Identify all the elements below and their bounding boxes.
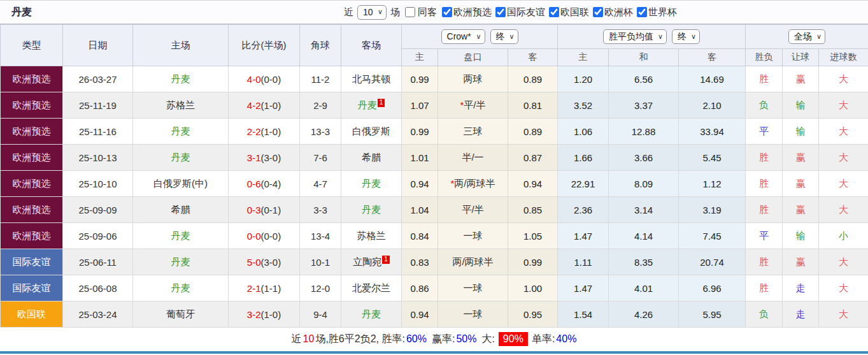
odds-draw: 6.56 bbox=[609, 66, 679, 92]
handicap-line: *两/两球半 bbox=[438, 171, 508, 197]
odds-draw: 8.09 bbox=[609, 171, 679, 197]
world-cup-checkbox[interactable] bbox=[637, 7, 647, 17]
same-away-filter[interactable]: 同客 bbox=[404, 6, 438, 18]
result-handicap: 输 bbox=[783, 223, 819, 249]
company-state-select[interactable]: 终 bbox=[490, 29, 518, 44]
match-type-label: 欧洲预选 bbox=[13, 99, 51, 110]
table-row: 欧洲预选 26-03-27 丹麦 4-0(0-0) 11-2 北马其顿1 0.9… bbox=[1, 66, 868, 92]
handicap-line: 平/半 bbox=[438, 197, 508, 223]
odds-win: 1.66 bbox=[558, 145, 609, 171]
home-team-name: 丹麦 bbox=[171, 152, 190, 163]
match-type-label: 欧洲预选 bbox=[13, 73, 51, 84]
col-corner: 角球 bbox=[300, 25, 341, 66]
filter-nations-league[interactable]: 欧国联 bbox=[548, 6, 589, 18]
home-team-name: 苏格兰 bbox=[166, 99, 195, 110]
odds-lose: 2.10 bbox=[679, 92, 746, 119]
away-team-name: 立陶宛 bbox=[353, 256, 381, 267]
odds-state-select-wrap: 终 bbox=[672, 29, 700, 44]
match-type: 国际友谊 bbox=[1, 249, 63, 275]
subcol-result-goals: 进球数 bbox=[819, 49, 868, 66]
scope-select[interactable]: 全场 bbox=[788, 29, 825, 44]
odds-lose: 5.45 bbox=[679, 145, 746, 171]
handicap-away-odds: 0.95 bbox=[508, 301, 558, 328]
match-type-label: 国际友谊 bbox=[13, 256, 51, 267]
handicap-line: 两球 bbox=[438, 66, 508, 92]
match-type-label: 欧洲预选 bbox=[13, 204, 51, 215]
home-team: 苏格兰 bbox=[133, 92, 229, 119]
home-team: 丹麦 bbox=[133, 249, 229, 275]
odds-avg-select-wrap: 胜平负均值 bbox=[603, 29, 667, 44]
summary-count: 10 bbox=[303, 333, 315, 345]
home-team: 白俄罗斯(中) bbox=[133, 171, 229, 197]
home-team-name: 丹麦 bbox=[171, 73, 190, 84]
handicap-line: 三球 bbox=[438, 119, 508, 145]
same-away-checkbox[interactable] bbox=[405, 7, 415, 17]
col-score: 比分(半场) bbox=[229, 25, 300, 66]
match-type-label: 国际友谊 bbox=[13, 282, 51, 293]
euro-cup-checkbox[interactable] bbox=[593, 7, 603, 17]
score-cell: 5-0(3-0) bbox=[229, 249, 300, 275]
handicap-home-odds: 1.04 bbox=[402, 197, 438, 223]
table-header: 类型 日期 主场 比分(半场) 角球 客场 Crow* 终 胜平负均值 终 bbox=[1, 25, 868, 66]
result-goals-label: 大 bbox=[839, 282, 848, 293]
near-count-select-wrap: 10 bbox=[357, 5, 387, 20]
filter-friendly[interactable]: 国际友谊 bbox=[494, 6, 545, 18]
match-type-label: 欧国联 bbox=[17, 308, 46, 319]
filter-euro-qualifiers[interactable]: 欧洲预选 bbox=[441, 6, 492, 18]
match-type: 欧洲预选 bbox=[1, 145, 63, 171]
table-row: 国际友谊 25-06-11 丹麦 5-0(3-0) 10-1 立陶宛1 0.83… bbox=[1, 249, 868, 275]
away-team: 苏格兰1 bbox=[341, 223, 402, 249]
odds-draw: 4.14 bbox=[609, 223, 679, 249]
handicap-line: 两/两球半 bbox=[438, 249, 508, 275]
result-wdl-label: 胜 bbox=[759, 73, 769, 84]
half-time-score: (0-0) bbox=[261, 74, 281, 85]
result-handicap: 赢 bbox=[783, 249, 819, 275]
result-wdl: 胜 bbox=[746, 171, 783, 197]
handicap-home-odds: 0.99 bbox=[402, 66, 438, 92]
away-team-name: 北爱尔兰 bbox=[352, 282, 390, 293]
odds-avg-select[interactable]: 胜平负均值 bbox=[603, 29, 667, 44]
odds-state-select[interactable]: 终 bbox=[672, 29, 700, 44]
match-date: 25-11-16 bbox=[63, 119, 133, 145]
euro-qualifiers-checkbox[interactable] bbox=[442, 7, 452, 17]
corners: 13-4 bbox=[300, 223, 341, 249]
result-wdl: 负 bbox=[746, 301, 783, 328]
result-goals: 大 bbox=[819, 171, 868, 197]
home-team-name: 丹麦 bbox=[171, 256, 190, 267]
away-team: 立陶宛1 bbox=[341, 249, 402, 275]
result-wdl: 平 bbox=[746, 223, 783, 249]
half-time-score: (1-0) bbox=[261, 309, 281, 320]
handicap-line: 一球 bbox=[438, 301, 508, 328]
home-team-name: 丹麦 bbox=[171, 230, 190, 241]
summary-text: 大: bbox=[481, 333, 494, 346]
corners: 13-3 bbox=[300, 119, 341, 145]
handicap-line: 半/一 bbox=[438, 145, 508, 171]
result-goals: 大 bbox=[819, 301, 868, 328]
matches-table: 类型 日期 主场 比分(半场) 角球 客场 Crow* 终 胜平负均值 终 bbox=[0, 24, 868, 328]
corners: 10-1 bbox=[300, 249, 341, 275]
table-row: 欧洲预选 25-09-09 希腊 0-3(0-1) 3-3 丹麦1 1.04 平… bbox=[1, 197, 868, 223]
near-count-select[interactable]: 10 bbox=[357, 5, 387, 20]
home-team: 丹麦 bbox=[133, 145, 229, 171]
handicap-text: 两/两球半 bbox=[452, 256, 493, 267]
away-team: 北爱尔兰1 bbox=[341, 275, 402, 301]
handicap-away-odds: 0.81 bbox=[508, 92, 558, 119]
full-time-score: 0-0 bbox=[247, 231, 261, 242]
away-team: 北马其顿1 bbox=[341, 66, 402, 92]
near-label: 近 bbox=[344, 6, 353, 18]
table-row: 国际友谊 25-06-08 丹麦 2-1(1-1) 12-0 北爱尔兰1 0.8… bbox=[1, 275, 868, 301]
nations-league-checkbox[interactable] bbox=[549, 7, 559, 17]
big-rate-badge: 90% bbox=[499, 332, 528, 346]
result-wdl-label: 平 bbox=[759, 126, 769, 136]
company-select[interactable]: Crow* bbox=[441, 29, 485, 44]
filter-world-cup[interactable]: 世界杯 bbox=[636, 6, 677, 18]
handicap-text: 一球 bbox=[464, 230, 483, 241]
handicap-text: 两/两球半 bbox=[454, 178, 495, 189]
away-team-name: 希腊 bbox=[362, 152, 381, 163]
result-handicap-label: 输 bbox=[796, 126, 806, 136]
match-type: 欧洲预选 bbox=[1, 92, 63, 119]
company-select-wrap: Crow* bbox=[441, 29, 485, 44]
friendly-checkbox[interactable] bbox=[495, 7, 506, 17]
home-team: 丹麦 bbox=[133, 119, 229, 145]
filter-euro-cup[interactable]: 欧洲杯 bbox=[592, 6, 633, 18]
